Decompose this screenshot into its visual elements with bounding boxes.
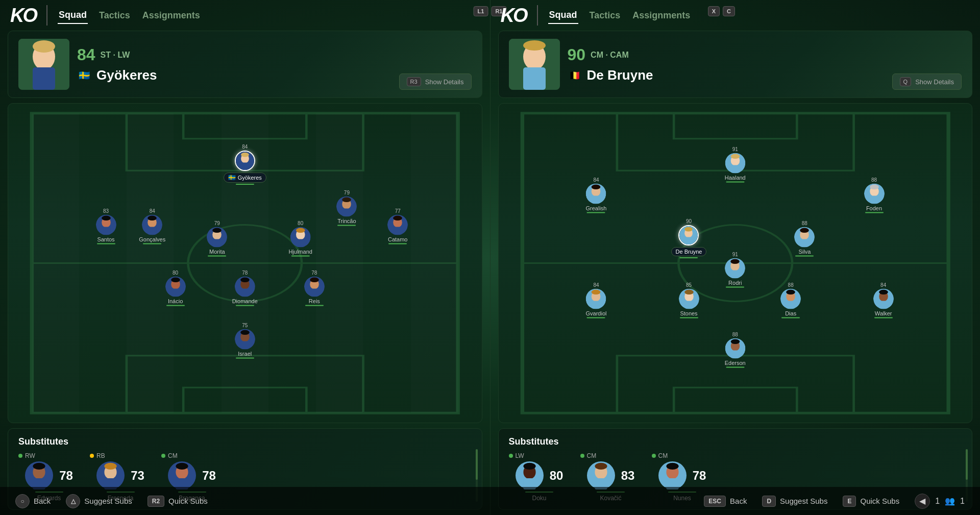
- right-subs-scrollbar-thumb: [966, 449, 968, 480]
- pitch-player-catamo[interactable]: 77 Catamo: [387, 208, 408, 244]
- left-player-rating: 84: [77, 45, 95, 64]
- pitch-player-bar-stones: [680, 317, 698, 318]
- pitch-player-goncalves[interactable]: 84 Gonçalves: [139, 208, 165, 244]
- sub-rating-edwards: 78: [59, 469, 73, 483]
- svg-rect-108: [730, 270, 740, 278]
- pitch-player-santos[interactable]: 83 Santos: [96, 208, 116, 244]
- pitch-player-face-dias: [780, 289, 801, 309]
- pitch-player-rating-stones: 85: [686, 282, 692, 288]
- pitch-player-name-reis: Reis: [309, 298, 320, 304]
- svg-rect-44: [102, 227, 111, 235]
- pitch-player-silva[interactable]: 88 Silva: [794, 220, 815, 257]
- sub-face-edwards: [25, 461, 53, 489]
- pitch-player-ederson[interactable]: 88 Ederson: [725, 331, 746, 367]
- pitch-player-rating-ederson: 88: [732, 331, 738, 337]
- pitch-player-dias[interactable]: 88 Dias: [780, 282, 801, 318]
- svg-rect-96: [870, 196, 879, 204]
- svg-rect-116: [684, 301, 694, 309]
- svg-point-31: [296, 228, 305, 233]
- sub-face-doku: [516, 461, 544, 489]
- sub-pos-dot-kovacic: [580, 454, 584, 458]
- pitch-player-face-hjulmand: [290, 227, 311, 248]
- pitch-player-israel[interactable]: 75 Israel: [235, 322, 255, 358]
- left-nav-tactics[interactable]: Tactics: [98, 8, 131, 23]
- left-nav-assignments[interactable]: Assignments: [141, 8, 201, 23]
- right-nav-assignments[interactable]: Assignments: [631, 8, 691, 23]
- left-suggest-key: △: [66, 494, 80, 508]
- sub-rating-braganca: 78: [202, 469, 216, 483]
- pitch-player-face-haaland: [725, 153, 745, 173]
- sub-pos-text-braganca: CM: [168, 452, 178, 459]
- svg-point-67: [105, 463, 117, 470]
- svg-point-71: [176, 463, 188, 470]
- left-nav: KO Squad Tactics Assignments: [8, 5, 482, 26]
- left-subs-scrollbar-thumb: [476, 449, 478, 480]
- svg-rect-20: [241, 162, 249, 169]
- pitch-player-gyokeres[interactable]: 84 🇸🇪 Gyökeres: [224, 144, 266, 185]
- pitch-player-trincao[interactable]: 79 Trincão: [336, 189, 357, 226]
- pitch-player-bar-inacio: [166, 305, 185, 306]
- pitch-player-rating-gvardiol: 84: [593, 282, 599, 288]
- bottom-bar: ○ Back △ Suggest Subs R2 Quick Subs ESC …: [0, 487, 980, 515]
- right-quick-subs-btn[interactable]: E Quick Subs: [843, 496, 899, 507]
- pitch-player-name-foden: Foden: [866, 205, 882, 211]
- right-player-portrait: [509, 39, 560, 90]
- svg-rect-104: [800, 239, 810, 248]
- pitch-player-walker[interactable]: 84 Walker: [873, 282, 894, 318]
- svg-point-95: [870, 185, 879, 190]
- pitch-player-face-gvardiol: [586, 289, 606, 309]
- left-quick-subs-btn[interactable]: R2 Quick Subs: [148, 496, 208, 507]
- right-panel: KO Squad Tactics Assignments 90: [491, 0, 981, 515]
- svg-point-127: [730, 339, 740, 344]
- pitch-player-name-ederson: Ederson: [725, 359, 746, 365]
- svg-point-47: [171, 277, 180, 282]
- pitch-player-debruyne[interactable]: 90 De Bruyne: [671, 218, 707, 258]
- left-pitch: 84 🇸🇪 Gyökeres79 Trincão77 Catamo80 Hjul…: [8, 103, 482, 423]
- pitch-player-rating-grealish: 84: [593, 177, 599, 183]
- main-panels: KO Squad Tactics Assignments 84: [0, 0, 980, 515]
- right-player-name: De Bruyne: [587, 67, 653, 83]
- svg-rect-32: [296, 239, 305, 248]
- svg-rect-2: [33, 67, 55, 90]
- svg-rect-88: [730, 165, 740, 173]
- right-player-pos: CM · CAM: [591, 51, 629, 60]
- right-back-key: ESC: [704, 496, 726, 507]
- right-nav-tactics[interactable]: Tactics: [589, 8, 622, 23]
- pitch-player-face-santos: [96, 214, 116, 235]
- right-show-details-btn[interactable]: Q Show Details: [892, 73, 962, 90]
- pitch-player-inacio[interactable]: 80 Inácio: [165, 269, 186, 306]
- svg-point-103: [800, 228, 810, 233]
- left-back-btn[interactable]: ○ Back: [15, 494, 51, 508]
- pitch-player-foden[interactable]: 88 Foden: [864, 177, 885, 213]
- pitch-player-face-inacio: [165, 276, 186, 297]
- svg-point-63: [33, 463, 45, 470]
- pitch-player-grealish[interactable]: 84 Grealish: [586, 177, 607, 213]
- svg-rect-40: [148, 227, 157, 235]
- right-suggest-label: Suggest Subs: [780, 497, 827, 505]
- svg-point-35: [212, 228, 222, 233]
- pitch-player-stones[interactable]: 85 Stones: [679, 282, 699, 318]
- pitch-player-rodri[interactable]: 91 Rodri: [725, 251, 745, 287]
- right-suggest-btn[interactable]: D Suggest Subs: [762, 496, 827, 507]
- pitch-player-haaland[interactable]: 91 Haaland: [725, 146, 746, 182]
- pitch-player-rating-walker: 84: [880, 282, 886, 288]
- pitch-player-reis[interactable]: 78 Reis: [304, 269, 325, 306]
- pitch-player-diomande[interactable]: 78 Diomande: [232, 269, 258, 306]
- right-back-btn[interactable]: ESC Back: [704, 496, 747, 507]
- pitch-player-morita[interactable]: 79 Morita: [207, 220, 227, 257]
- right-nav-squad[interactable]: Squad: [548, 7, 578, 24]
- pitch-player-name-rodri: Rodri: [728, 279, 742, 285]
- left-suggest-btn[interactable]: △ Suggest Subs: [66, 494, 132, 508]
- pitch-player-hjulmand[interactable]: 80 Hjulmand: [288, 220, 312, 257]
- pitch-player-gvardiol[interactable]: 84 Gvardiol: [586, 282, 607, 318]
- svg-point-131: [523, 463, 535, 470]
- left-player-pos: ST · LW: [101, 51, 130, 60]
- svg-point-119: [786, 290, 795, 295]
- page-prev-btn[interactable]: ◀: [915, 494, 930, 509]
- pitch-player-face-stones: [679, 289, 699, 309]
- pitch-player-rating-foden: 88: [871, 177, 877, 183]
- svg-point-19: [241, 153, 249, 157]
- left-show-details-btn[interactable]: R3 Show Details: [399, 73, 472, 90]
- pitch-player-name-gvardiol: Gvardiol: [586, 310, 607, 316]
- left-nav-squad[interactable]: Squad: [58, 7, 88, 24]
